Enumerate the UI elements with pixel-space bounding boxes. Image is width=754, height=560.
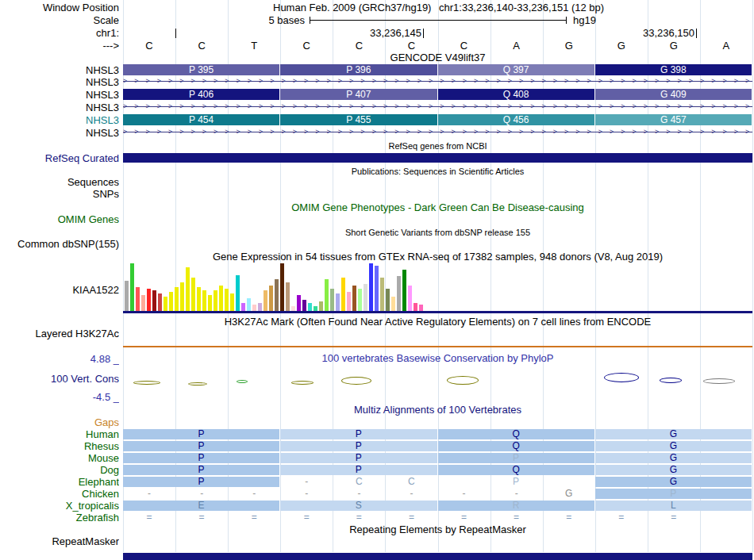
gencode-title[interactable]: GENCODE V49lift37 (123, 52, 752, 63)
gtex-expression-bar[interactable] (175, 287, 179, 311)
gtex-expression-bar[interactable] (264, 290, 267, 311)
gtex-expression-bar[interactable] (158, 293, 162, 311)
refseq-title[interactable]: RefSeq genes from NCBI (123, 140, 752, 152)
track-label-common-dbsnp[interactable]: Common dbSNP(155) (0, 238, 119, 250)
gtex-expression-bar[interactable] (186, 267, 190, 311)
species-label-mouse[interactable]: Mouse (0, 452, 119, 464)
codon-block[interactable]: G 409 (595, 89, 752, 100)
codon-block[interactable]: Q 456 (438, 114, 594, 125)
gtex-expression-bar[interactable] (386, 289, 390, 311)
gtex-expression-bar[interactable] (252, 305, 256, 311)
codon-block[interactable]: P 454 (123, 114, 279, 125)
species-label-x-tropicalis[interactable]: X_tropicalis (0, 500, 119, 512)
gtex-expression-bar[interactable] (258, 303, 262, 311)
gtex-expression-bar[interactable] (169, 292, 173, 311)
track-label-nhsl3[interactable]: NHSL3 (0, 89, 119, 101)
track-label-layered-h3k27ac[interactable]: Layered H3K27Ac (0, 328, 119, 339)
gtex-expression-bar[interactable] (214, 290, 217, 311)
bottom-track-bar[interactable] (123, 553, 752, 560)
gtex-expression-bar[interactable] (325, 279, 329, 311)
codon-block[interactable]: P 395 (123, 64, 279, 75)
track-label-gene[interactable]: KIAA1522 (0, 284, 119, 296)
track-label-nhsl3[interactable]: NHSL3 (0, 127, 119, 139)
gtex-expression-bar[interactable] (180, 282, 184, 311)
multiz-title[interactable]: Multiz Alignments of 100 Vertebrates (123, 405, 752, 416)
gtex-expression-bar[interactable] (241, 303, 245, 311)
transcript-exon-row[interactable]: P 454P 455Q 456G 457 (123, 114, 752, 125)
h3k27ac-title[interactable]: H3K27Ac Mark (Often Found Near Active Re… (123, 316, 752, 328)
alignment-row-zebrafish[interactable]: =========== (123, 512, 752, 523)
codon-block[interactable]: Q 408 (438, 89, 594, 100)
gtex-expression-bar[interactable] (130, 263, 134, 311)
gtex-expression-bar[interactable] (275, 279, 279, 311)
gtex-expression-bar[interactable] (308, 303, 312, 311)
repeatmasker-title[interactable]: Repeating Elements by RepeatMasker (123, 524, 752, 535)
gtex-expression-bar[interactable] (147, 289, 151, 311)
species-label-dog[interactable]: Dog (0, 464, 119, 476)
publications-title[interactable]: Publications: Sequences in Scientific Ar… (123, 166, 752, 177)
gtex-expression-bar[interactable] (330, 289, 334, 311)
species-label-chicken[interactable]: Chicken (0, 488, 119, 500)
gtex-expression-bar[interactable] (402, 270, 406, 311)
codon-block[interactable]: P 455 (280, 114, 437, 125)
track-label-sequences[interactable]: Sequences (0, 176, 119, 188)
track-label-nhsl3[interactable]: NHSL3 (0, 64, 119, 76)
transcript-exon-row[interactable]: P 395P 396Q 397G 398 (123, 64, 752, 75)
species-label-zebrafish[interactable]: Zebrafish (0, 512, 119, 524)
gtex-expression-bar[interactable] (347, 292, 351, 311)
gtex-expression-bar[interactable] (352, 286, 356, 311)
gtex-expression-bar[interactable] (225, 289, 229, 311)
gtex-expression-bar[interactable] (219, 286, 223, 311)
codon-block[interactable]: P 407 (280, 89, 437, 100)
gtex-expression-bar[interactable] (163, 297, 167, 311)
alignment-row-x-tropicalis[interactable]: ESRL (123, 501, 752, 511)
codon-block[interactable]: P 406 (123, 89, 279, 100)
phylop-wiggle[interactable] (123, 365, 752, 395)
track-label-100-vert-cons[interactable]: 100 Vert. Cons (0, 373, 119, 385)
alignment-row-chicken[interactable]: P--------G (123, 489, 752, 499)
transcript-exon-row[interactable]: P 406P 407Q 408G 409 (123, 89, 752, 100)
gtex-expression-bar[interactable] (202, 290, 206, 311)
alignment-row-human[interactable]: PPQG (123, 429, 752, 439)
refseq-curated-bar[interactable] (123, 153, 752, 163)
phylop-title[interactable]: 100 vertebrates Basewise Conservation by… (123, 353, 752, 364)
strand-arrow-row[interactable]: >>>>>>>>>>>>>>>>>>>>>>>>>>>>>>>>>>>>>>>>… (123, 76, 752, 86)
strand-arrow-row[interactable]: >>>>>>>>>>>>>>>>>>>>>>>>>>>>>>>>>>>>>>>>… (123, 102, 752, 112)
gtex-expression-bar[interactable] (319, 301, 323, 311)
track-label-nhsl3[interactable]: NHSL3 (0, 114, 119, 126)
gtex-expression-bar[interactable] (364, 284, 367, 311)
gtex-expression-bar[interactable] (397, 276, 401, 311)
gtex-expression-bar[interactable] (414, 303, 417, 311)
gtex-expression-bar[interactable] (358, 289, 362, 311)
gtex-expression-bar[interactable] (286, 282, 290, 311)
gtex-expression-bar[interactable] (408, 286, 412, 311)
gtex-expression-bar[interactable] (391, 297, 395, 311)
alignment-row-elephant[interactable]: PPG-CC (123, 477, 752, 487)
gtex-expression-bar[interactable] (136, 287, 140, 311)
dbsnp-title[interactable]: Short Genetic Variants from dbSNP releas… (123, 227, 752, 238)
gtex-expression-bar[interactable] (280, 263, 284, 311)
gtex-expression-bar[interactable] (236, 275, 240, 311)
strand-arrow-row[interactable]: >>>>>>>>>>>>>>>>>>>>>>>>>>>>>>>>>>>>>>>>… (123, 127, 752, 137)
alignment-row-dog[interactable]: PPQG (123, 465, 752, 475)
codon-block[interactable]: G 457 (595, 114, 752, 125)
gtex-expression-bar[interactable] (269, 286, 273, 311)
track-label-nhsl3[interactable]: NHSL3 (0, 102, 119, 113)
track-label-gaps[interactable]: Gaps (0, 416, 119, 428)
gtex-expression-bar[interactable] (125, 281, 129, 311)
gtex-expression-bar[interactable] (336, 293, 340, 311)
track-label-repeatmasker[interactable]: RepeatMasker (0, 535, 119, 547)
gtex-expression-bar[interactable] (369, 263, 373, 311)
gtex-bar-chart[interactable] (123, 263, 752, 311)
alignment-row-rhesus[interactable]: PPQG (123, 441, 752, 451)
gtex-expression-bar[interactable] (247, 298, 251, 311)
gtex-expression-bar[interactable] (208, 295, 212, 311)
track-label-nhsl3[interactable]: NHSL3 (0, 76, 119, 88)
codon-block[interactable]: G 398 (595, 64, 752, 75)
gtex-expression-bar[interactable] (141, 295, 145, 311)
gtex-expression-bar[interactable] (152, 290, 156, 311)
gtex-expression-bar[interactable] (197, 287, 201, 311)
gtex-expression-bar[interactable] (191, 278, 195, 311)
gtex-expression-bar[interactable] (380, 278, 384, 311)
gtex-expression-bar[interactable] (230, 293, 234, 311)
